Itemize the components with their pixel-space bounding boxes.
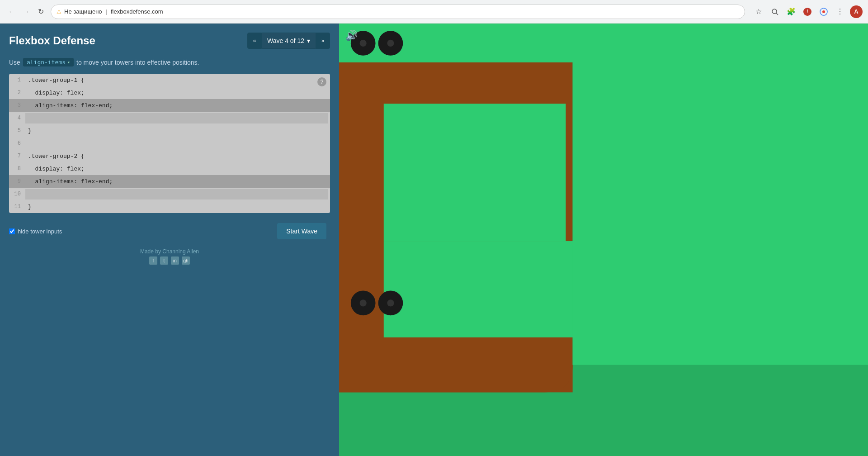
linkedin-icon[interactable]: in xyxy=(171,256,179,265)
address-bar[interactable]: ⚠ Не защищено | flexboxdefense.com xyxy=(51,5,745,19)
profile-avatar[interactable]: A xyxy=(850,5,863,18)
browser-toolbar: ☆ 🧩 ! ⋮ A xyxy=(752,5,863,18)
svg-rect-24 xyxy=(339,24,868,62)
next-wave-button[interactable]: » xyxy=(316,33,330,49)
reload-button[interactable]: ↻ xyxy=(34,5,47,18)
bookmark-button[interactable]: ☆ xyxy=(752,5,765,18)
svg-point-36 xyxy=(387,299,394,306)
wave-label-text: Wave 4 of 12 xyxy=(267,37,304,44)
back-button[interactable]: ← xyxy=(5,5,18,18)
instruction-suffix: to move your towers into effective posit… xyxy=(76,59,199,66)
security-label: Не защищено xyxy=(64,8,102,15)
instruction-use: Use xyxy=(9,59,20,66)
wave-selector[interactable]: Wave 4 of 12 ▾ xyxy=(262,33,316,49)
security-icon: ⚠ xyxy=(57,9,61,15)
social-icons: f t in gh xyxy=(9,256,330,265)
css-property-tag[interactable]: align-items xyxy=(23,58,74,66)
editor-footer: hide tower inputs Start Wave xyxy=(9,218,330,239)
svg-point-3 xyxy=(822,10,825,13)
game-area xyxy=(339,24,868,456)
start-wave-button[interactable]: Start Wave xyxy=(277,223,326,239)
code-line-5: 5 } xyxy=(9,124,330,137)
svg-line-1 xyxy=(776,13,778,15)
lens-button[interactable] xyxy=(769,5,781,18)
prev-wave-button[interactable]: « xyxy=(247,33,262,49)
code-lines: 1 .tower-group-1 { 2 display: flex; 3 al… xyxy=(9,74,330,213)
code-line-4: 4 xyxy=(9,112,330,124)
svg-point-32 xyxy=(387,40,394,47)
red-icon-button[interactable]: ! xyxy=(801,5,814,18)
help-button[interactable]: ? xyxy=(317,77,326,86)
nav-buttons: ← → ↻ xyxy=(5,5,47,18)
code-line-11: 11 } xyxy=(9,200,330,213)
game-map-svg xyxy=(339,24,868,456)
url-display: flexboxdefense.com xyxy=(111,8,163,15)
puzzle-button[interactable]: ⋮ xyxy=(834,5,846,18)
svg-rect-26 xyxy=(384,104,566,241)
code-line-1: 1 .tower-group-1 { xyxy=(9,74,330,86)
chrome-icon[interactable] xyxy=(817,5,830,18)
hide-inputs-checkbox[interactable] xyxy=(9,228,15,234)
main-content: Flexbox Defense « Wave 4 of 12 ▾ » Use a… xyxy=(0,24,868,456)
code-line-2: 2 display: flex; xyxy=(9,86,330,99)
code-line-9: 9 align-items: flex-end; xyxy=(9,175,330,188)
twitter-icon[interactable]: t xyxy=(160,256,168,265)
hide-inputs-label[interactable]: hide tower inputs xyxy=(9,228,62,235)
sound-button[interactable]: 🔊 xyxy=(345,30,358,42)
facebook-icon[interactable]: f xyxy=(149,256,157,265)
credit-text: Made by Channing Allen xyxy=(9,248,330,255)
hide-inputs-text: hide tower inputs xyxy=(18,228,62,235)
footer-credit: Made by Channing Allen f t in gh xyxy=(9,248,330,265)
wave-dropdown-icon: ▾ xyxy=(307,37,310,44)
wave-controls: « Wave 4 of 12 ▾ » xyxy=(247,33,330,49)
svg-rect-28 xyxy=(573,62,868,365)
svg-point-30 xyxy=(360,40,367,47)
browser-chrome: ← → ↻ ⚠ Не защищено | flexboxdefense.com… xyxy=(0,0,868,24)
code-input-line-10[interactable] xyxy=(25,189,328,200)
code-line-3: 3 align-items: flex-end; xyxy=(9,99,330,112)
app-title: Flexbox Defense xyxy=(9,34,95,47)
code-editor: ? 1 .tower-group-1 { 2 display: flex; 3 … xyxy=(9,74,330,213)
forward-button[interactable]: → xyxy=(20,5,33,18)
app-header: Flexbox Defense « Wave 4 of 12 ▾ » xyxy=(9,33,330,49)
code-line-7: 7 .tower-group-2 { xyxy=(9,150,330,162)
right-panel: 🔊 xyxy=(339,24,868,456)
code-input-line-4[interactable] xyxy=(25,113,328,124)
github-icon[interactable]: gh xyxy=(182,256,190,265)
code-line-6: 6 xyxy=(9,137,330,150)
extensions-button[interactable]: 🧩 xyxy=(785,5,797,18)
code-line-8: 8 display: flex; xyxy=(9,162,330,175)
svg-point-34 xyxy=(360,299,367,306)
left-panel: Flexbox Defense « Wave 4 of 12 ▾ » Use a… xyxy=(0,24,339,456)
code-line-10: 10 xyxy=(9,188,330,200)
instruction-bar: Use align-items to move your towers into… xyxy=(9,58,330,66)
svg-point-0 xyxy=(772,9,777,14)
